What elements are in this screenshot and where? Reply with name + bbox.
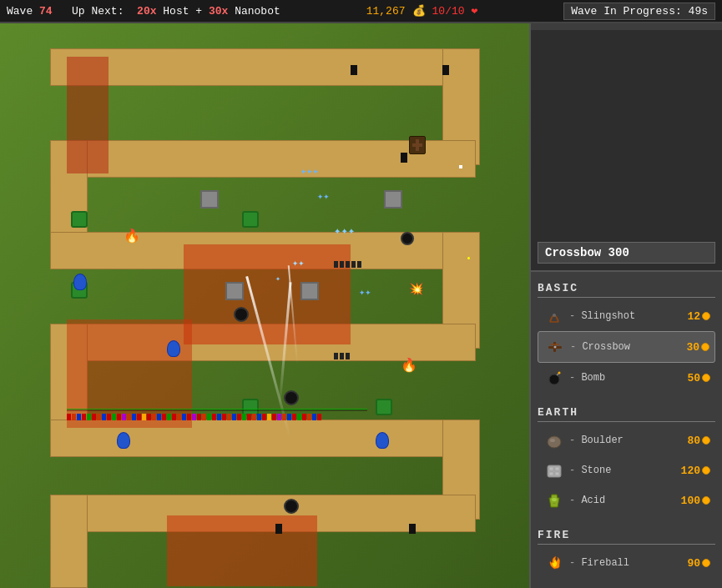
acid-cost: 100 xyxy=(681,495,710,507)
category-earth-header: EARTH xyxy=(538,406,715,422)
slingshot-label: - Slingshot xyxy=(566,310,687,322)
heart-icon: ❤ xyxy=(471,5,477,18)
boulder-label: - Boulder xyxy=(566,435,687,446)
wave-number: 74 xyxy=(39,5,53,18)
svg-point-5 xyxy=(554,346,557,349)
acid-icon: ~ xyxy=(543,489,566,512)
cost-coin xyxy=(701,343,709,351)
tower-bomb[interactable]: - Bomb 50 xyxy=(538,363,715,393)
bomb-icon xyxy=(543,366,566,389)
category-fire-header: FIRE xyxy=(538,529,715,545)
svg-rect-13 xyxy=(555,467,559,470)
bomb-cost: 50 xyxy=(687,372,710,384)
slingshot-icon xyxy=(543,304,566,328)
stone-label: - Stone xyxy=(566,465,681,476)
cost-coin xyxy=(702,436,710,445)
wave-info: Wave 74 Up Next: 20x Host + 30x Nanobot xyxy=(7,5,280,18)
tower-info-panel: Crossbow 300 xyxy=(538,242,715,264)
svg-rect-14 xyxy=(549,472,553,475)
fireball-label: - Fireball xyxy=(566,557,687,569)
svg-point-6 xyxy=(549,374,559,384)
category-basic: BASIC - Slingshot 12 xyxy=(531,279,722,396)
tower-oil[interactable]: - Oil 125 xyxy=(538,578,715,581)
wave-timer: Wave In Progress: 49s xyxy=(563,3,715,20)
cost-coin xyxy=(702,466,710,475)
tower-fireball[interactable]: - Fireball 90 xyxy=(538,548,715,578)
game-canvas[interactable]: 🔥 🔥 ✦✦✦ ✦✦ ✦✦✦ ✦✦ ✦ ✦✦ xyxy=(0,23,529,588)
crossbow-cost: 30 xyxy=(686,341,709,354)
tower-slingshot[interactable]: - Slingshot 12 xyxy=(538,301,715,331)
crossbow-label: - Crossbow xyxy=(567,341,686,353)
boulder-cost: 80 xyxy=(687,435,710,447)
svg-rect-15 xyxy=(555,472,559,475)
cost-coin xyxy=(702,559,710,567)
gold-amount: 11,267 xyxy=(366,5,406,18)
sidebar: Crossbow 300 BASIC - Slingshot xyxy=(529,23,722,588)
tower-stone[interactable]: - Stone 120 xyxy=(538,455,715,485)
top-bar: Wave 74 Up Next: 20x Host + 30x Nanobot … xyxy=(0,0,722,23)
stone-cost: 120 xyxy=(681,465,710,477)
up-next-label: Up Next: xyxy=(72,5,124,18)
fireball-cost: 90 xyxy=(687,557,710,570)
lives-display: 10/10 ❤ xyxy=(432,4,478,18)
cost-coin xyxy=(702,374,710,382)
svg-point-1 xyxy=(553,314,556,317)
category-basic-header: BASIC xyxy=(538,282,715,298)
wave-label: Wave xyxy=(7,5,33,18)
gold-icon: 💰 xyxy=(412,4,426,18)
boulder-icon xyxy=(543,429,566,452)
tower-shop: BASIC - Slingshot 12 xyxy=(531,272,722,581)
tower-acid[interactable]: ~ - Acid 100 xyxy=(538,485,715,515)
svg-point-9 xyxy=(548,436,561,448)
tower-info-name: Crossbow 300 xyxy=(538,242,715,264)
cost-coin xyxy=(702,496,710,505)
stone-icon xyxy=(543,459,566,482)
slingshot-cost: 12 xyxy=(687,310,710,323)
bomb-label: - Bomb xyxy=(566,372,687,384)
up-next-units: 20x Host + 30x Nanobot xyxy=(130,5,280,18)
fireball-icon xyxy=(543,551,566,575)
svg-text:~: ~ xyxy=(553,500,556,506)
acid-label: - Acid xyxy=(566,495,681,506)
category-fire: FIRE - Fireball 90 xyxy=(531,525,722,581)
svg-point-10 xyxy=(550,439,555,442)
tower-boulder[interactable]: - Boulder 80 xyxy=(538,425,715,455)
svg-rect-12 xyxy=(549,467,553,470)
crossbow-icon xyxy=(543,335,567,359)
category-earth: EARTH - Boulder 80 xyxy=(531,403,722,519)
resource-info: 11,267 💰 10/10 ❤ xyxy=(366,4,477,18)
svg-point-8 xyxy=(558,372,561,374)
cost-coin xyxy=(702,312,710,320)
tower-crossbow[interactable]: - Crossbow 30 xyxy=(538,331,715,363)
main-area: 🔥 🔥 ✦✦✦ ✦✦ ✦✦✦ ✦✦ ✦ ✦✦ xyxy=(0,23,722,588)
sidebar-top-panel: Crossbow 300 xyxy=(531,30,722,272)
